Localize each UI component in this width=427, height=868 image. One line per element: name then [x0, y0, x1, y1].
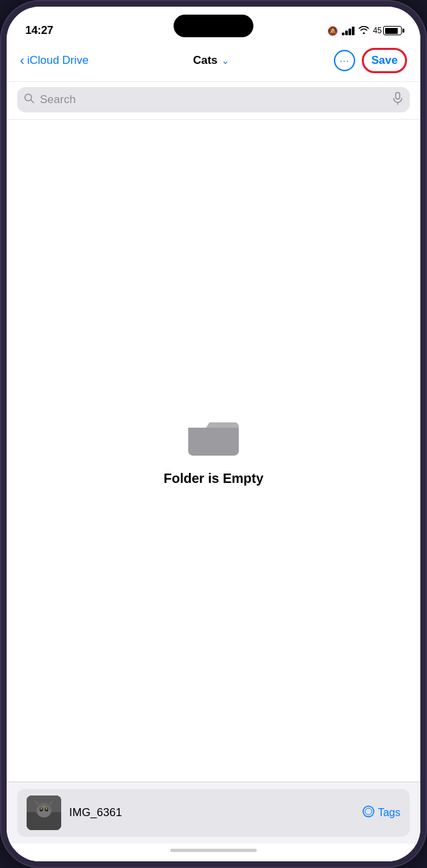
bottom-bar: IMG_6361 Tags	[7, 782, 420, 861]
notification-bell-icon: 🔕	[327, 26, 338, 36]
battery-fill	[385, 28, 398, 34]
title-chevron-down-icon[interactable]: ⌄	[221, 55, 229, 66]
back-label: iCloud Drive	[27, 54, 89, 67]
status-icons: 🔕	[327, 25, 402, 36]
save-button[interactable]: Save	[362, 48, 407, 73]
svg-point-11	[37, 805, 51, 817]
nav-actions: ··· Save	[334, 48, 407, 73]
nav-title: Cats	[193, 54, 217, 67]
more-options-button[interactable]: ···	[334, 50, 355, 71]
svg-point-17	[365, 808, 372, 815]
file-name: IMG_6361	[69, 806, 355, 819]
signal-bar-1	[342, 33, 345, 35]
svg-point-16	[363, 806, 374, 817]
thumbnail-image	[27, 796, 61, 830]
save-label: Save	[371, 54, 398, 67]
battery-indicator: 45	[373, 26, 402, 35]
home-indicator	[7, 843, 420, 861]
tags-icon	[362, 805, 374, 820]
svg-point-14	[41, 808, 42, 810]
phone-frame: 14:27 🔕	[0, 0, 427, 868]
status-time: 14:27	[25, 24, 53, 37]
empty-folder-label: Folder is Empty	[164, 471, 263, 486]
svg-line-1	[31, 100, 34, 103]
tags-button[interactable]: Tags	[362, 805, 400, 820]
wifi-icon	[358, 25, 369, 36]
main-content: Folder is Empty	[7, 120, 420, 782]
signal-bar-4	[352, 27, 355, 35]
signal-bar-3	[349, 29, 351, 35]
svg-point-15	[46, 808, 47, 810]
back-button[interactable]: ‹ iCloud Drive	[20, 53, 88, 68]
signal-bar-2	[345, 31, 348, 35]
tags-label: Tags	[378, 807, 400, 819]
battery-box	[383, 26, 402, 35]
home-bar	[170, 849, 257, 852]
dynamic-island	[174, 15, 253, 37]
screen: 14:27 🔕	[7, 7, 420, 861]
search-icon	[24, 93, 35, 106]
svg-rect-5	[188, 428, 239, 432]
empty-folder-section: Folder is Empty	[164, 416, 263, 486]
more-icon: ···	[340, 55, 350, 66]
svg-rect-2	[396, 92, 400, 99]
search-input[interactable]: Search	[40, 93, 387, 106]
signal-icon	[342, 26, 355, 35]
nav-bar: ‹ iCloud Drive Cats ⌄ ··· Save	[7, 45, 420, 82]
file-thumbnail	[27, 796, 61, 830]
status-bar: 14:27 🔕	[7, 7, 420, 45]
microphone-icon[interactable]	[392, 92, 403, 108]
back-chevron-icon: ‹	[20, 53, 25, 68]
nav-title-group: Cats ⌄	[193, 54, 229, 67]
file-item[interactable]: IMG_6361 Tags	[17, 789, 410, 837]
search-bar-container: Search	[7, 82, 420, 120]
search-bar[interactable]: Search	[17, 87, 410, 112]
folder-icon	[187, 416, 240, 459]
battery-percent: 45	[373, 26, 382, 35]
